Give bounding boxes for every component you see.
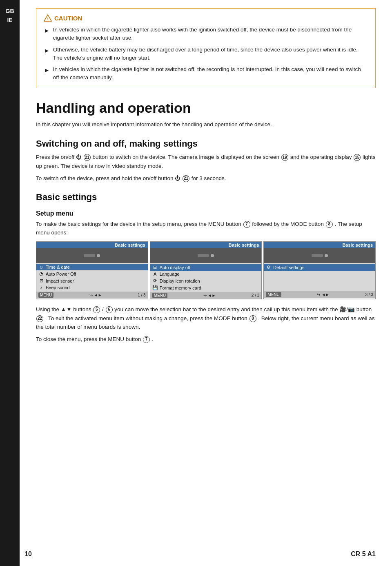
setup-para: To make the basic settings for the devic… — [36, 220, 376, 237]
row-icon-1-4: ♪ — [38, 285, 44, 290]
sidebar: GB IE — [0, 0, 20, 566]
page-model: CR 5 A1 — [351, 550, 376, 558]
screen-menu-btn-3: MENU — [266, 292, 281, 297]
screen-row-2-4: 💾 Format memory card — [150, 284, 262, 291]
screen-title-3: Basic settings — [342, 243, 373, 247]
row-icon-2-1: ⊞ — [152, 265, 158, 270]
caution-text-1: In vehicles in which the cigarette light… — [53, 26, 368, 42]
row-icon-2-3: ⟳ — [152, 278, 158, 283]
screen-footer-1: MENU ↪ ◄► 1 / 3 — [36, 292, 148, 299]
row-icon-2-2: A — [152, 272, 158, 276]
row-label-1-2: Auto Power Off — [46, 272, 76, 276]
screen-row-2-1: ⊞ Auto display off — [150, 264, 262, 271]
setup-menu-heading: Setup menu — [36, 210, 376, 217]
bullet-arrow-3: ► — [44, 66, 50, 75]
screen-page-2: 2 / 3 — [252, 293, 259, 298]
row-label-2-2: Language — [160, 272, 180, 276]
num-21b: 21 — [183, 175, 189, 182]
sidebar-label-ie: IE — [7, 16, 12, 24]
basic-settings-heading: Basic settings — [36, 192, 376, 203]
screen-row-1-4: ♪ Beep sound — [36, 284, 148, 291]
caution-triangle-icon: ! — [44, 14, 52, 22]
setup-screens-container: Basic settings ☺ Time & date ◔ Auto Powe… — [36, 241, 376, 299]
usage-text-f: . — [152, 336, 154, 342]
row-icon-1-1: ☺ — [38, 265, 44, 270]
usage-para: Using the ▲▼ buttons 5 / 6 you can move … — [36, 305, 376, 332]
num-7b: 7 — [143, 336, 150, 343]
screen-title-2: Basic settings — [229, 243, 259, 247]
svg-text:!: ! — [47, 17, 48, 21]
screen-row-2-3: ⟳ Display icon rotation — [150, 277, 262, 284]
bullet-arrow-1: ► — [44, 26, 50, 36]
handling-heading: Handling and operation — [36, 100, 376, 116]
main-content: ! CAUTION ► In vehicles in which the cig… — [20, 0, 392, 363]
screen-row-2-2: A Language — [150, 271, 262, 277]
row-label-1-4: Beep sound — [46, 285, 70, 290]
screen-arrow-2: ↪ ◄► — [203, 293, 216, 298]
page-footer: 10 CR 5 A1 — [0, 550, 392, 558]
screen-row-3-empty1 — [264, 271, 375, 277]
screen-row-3-1: ⚙ Default settings — [264, 264, 375, 271]
screen-row-3-empty3 — [264, 284, 375, 290]
switching-text-a: Press the on/off — [36, 154, 74, 160]
cam-icon: 🎥/📷 — [339, 306, 355, 312]
screen-row-1-1: ☺ Time & date — [36, 264, 148, 270]
screen-panel-1: Basic settings ☺ Time & date ◔ Auto Powe… — [36, 241, 148, 299]
caution-text-2: Otherwise, the vehicle battery may be di… — [53, 46, 368, 62]
usage-text-btn: button — [356, 306, 372, 312]
screen-header-1: Basic settings — [36, 242, 148, 248]
row-icon-1-3: ⊡ — [38, 278, 44, 283]
row-label-1-3: Impact sensor — [46, 279, 74, 283]
switching-para2: To switch off the device, press and hold… — [36, 174, 376, 183]
screen-row-3-empty2 — [264, 277, 375, 284]
screen-body-1: ☺ Time & date ◔ Auto Power Off ⊡ Impact … — [36, 263, 148, 292]
screen-page-1: 1 / 3 — [138, 293, 145, 297]
row-label-3-1: Default settings — [273, 265, 304, 270]
usage-text-c: . To exit the activated menu item withou… — [45, 315, 249, 321]
num-22: 22 — [36, 315, 43, 322]
page-number: 10 — [24, 550, 32, 558]
caution-label: CAUTION — [54, 15, 82, 22]
screen-title-1: Basic settings — [115, 243, 145, 247]
row-label-2-1: Auto display off — [160, 265, 190, 270]
screen-row-1-3: ⊡ Impact sensor — [36, 277, 148, 284]
screen-body-3: ⚙ Default settings — [264, 263, 375, 291]
caution-item-3: ► In vehicles in which the cigarette lig… — [44, 65, 368, 82]
bullet-arrow-2: ► — [44, 46, 50, 56]
switching-text-f: for 3 seconds. — [192, 175, 226, 181]
screen-arrow-3: ↪ ◄► — [317, 292, 330, 297]
usage-text-slash: / — [102, 306, 104, 312]
row-label-2-4: Format memory card — [160, 285, 201, 290]
screen-panel-2: Basic settings ⊞ Auto display off A Lang… — [150, 241, 262, 299]
switching-text-b: button to switch on the device. The came… — [93, 154, 280, 160]
screen-panel-3: Basic settings ⚙ Default settings MENU ↪… — [263, 241, 376, 299]
screen-header-3: Basic settings — [264, 242, 375, 248]
num-7: 7 — [243, 221, 250, 228]
caution-text-3: In vehicles in which the cigarette light… — [53, 65, 368, 82]
screen-arrow-1: ↪ ◄► — [89, 293, 102, 297]
row-icon-1-2: ◔ — [38, 271, 44, 276]
usage-text-b: you can move the selection bar to the de… — [114, 306, 339, 312]
screen-row-1-2: ◔ Auto Power Off — [36, 270, 148, 277]
screen-footer-3: MENU ↪ ◄► 3 / 3 — [264, 291, 375, 298]
switching-heading: Switching on and off, making settings — [36, 138, 376, 150]
row-label-1-1: Time & date — [46, 265, 70, 270]
usage-text-a: Using the ▲▼ buttons — [36, 306, 93, 312]
row-icon-3-1: ⚙ — [266, 265, 272, 270]
num-19: 19 — [281, 154, 288, 161]
sidebar-label-gb: GB — [6, 7, 14, 15]
screen-body-2: ⊞ Auto display off A Language ⟳ Display … — [150, 263, 262, 292]
setup-text-b: followed by the MODE button — [252, 221, 324, 227]
num-21: 21 — [84, 154, 91, 161]
screen-menu-btn-2: MENU — [152, 293, 167, 298]
caution-item-1: ► In vehicles in which the cigarette lig… — [44, 26, 368, 42]
handling-intro: In this chapter you will receive importa… — [36, 120, 376, 129]
switching-text-c: and the operating display — [290, 154, 352, 160]
row-label-2-3: Display icon rotation — [160, 279, 200, 283]
screen-header-2: Basic settings — [150, 242, 262, 248]
num-8b: 8 — [249, 315, 256, 322]
row-icon-2-4: 💾 — [152, 285, 158, 290]
screen-menu-btn-1: MENU — [38, 292, 53, 298]
caution-item-2: ► Otherwise, the vehicle battery may be … — [44, 46, 368, 62]
num-15: 15 — [354, 154, 361, 161]
